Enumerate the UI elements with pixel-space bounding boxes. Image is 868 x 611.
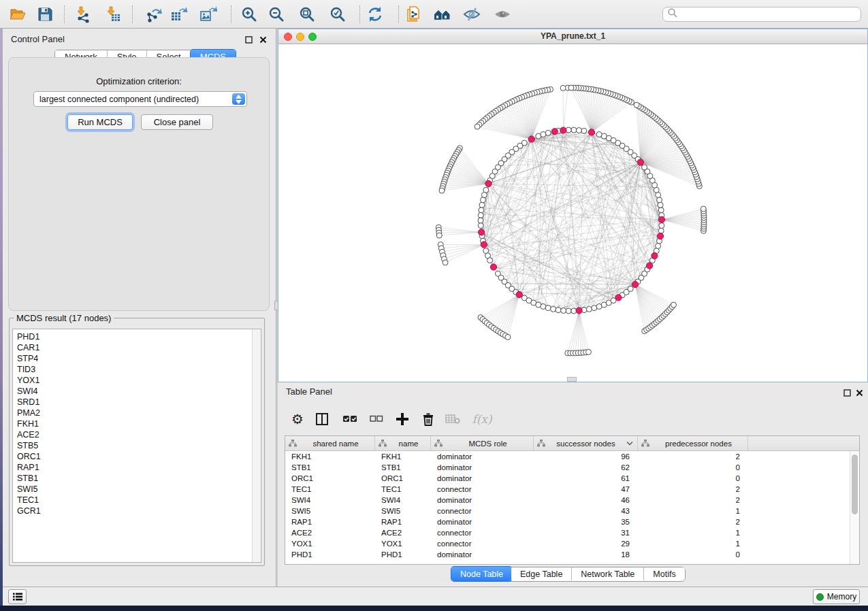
zoom-in-icon[interactable] — [240, 5, 259, 24]
table-row[interactable]: YOX1YOX1connector291 — [285, 538, 859, 549]
mcds-result-item[interactable]: TEC1 — [17, 495, 261, 506]
show-columns-icon[interactable] — [313, 410, 331, 428]
cell-name: ORC1 — [375, 473, 431, 484]
node-table-body: FKH1FKH1dominator962STB1STB1dominator620… — [285, 451, 859, 560]
tab-node-table[interactable]: Node Table — [451, 567, 512, 581]
control-panel-title: Control Panel — [11, 34, 65, 44]
horizontal-splitter-grip[interactable] — [567, 377, 577, 382]
tab-edge-table[interactable]: Edge Table — [511, 567, 572, 580]
memory-label: Memory — [827, 592, 856, 601]
search-field[interactable] — [662, 7, 861, 22]
delete-column-trash-icon[interactable] — [419, 410, 437, 428]
clone-network-icon[interactable] — [404, 5, 423, 24]
refresh-icon[interactable] — [366, 5, 385, 24]
export-table-icon[interactable] — [170, 5, 189, 24]
criterion-dropdown[interactable]: largest connected component (undirected) — [33, 91, 247, 107]
mcds-result-item[interactable]: FKH1 — [17, 418, 261, 429]
mcds-result-item[interactable]: YOX1 — [17, 375, 261, 386]
search-input[interactable] — [678, 8, 861, 20]
network-window-title: YPA_prune.txt_1 — [278, 31, 867, 41]
column-header-name[interactable]: name — [375, 436, 431, 450]
cell-MCDS-role: dominator — [431, 451, 534, 462]
mcds-result-item[interactable]: STB5 — [17, 440, 261, 451]
mcds-result-item[interactable]: SRD1 — [17, 397, 261, 408]
clear-table-icon-disabled — [444, 410, 462, 428]
network-window: YPA_prune.txt_1 — [278, 29, 868, 382]
table-row[interactable]: SWI5SWI5connector431 — [285, 506, 859, 516]
network-graph[interactable] — [278, 44, 867, 382]
memory-button[interactable]: Memory — [813, 589, 860, 604]
cell-successor-nodes: 43 — [534, 506, 638, 516]
zoom-selected-icon[interactable] — [328, 5, 347, 24]
export-network-icon[interactable] — [144, 5, 163, 24]
cell-predecessor-nodes: 0 — [638, 549, 748, 560]
mcds-result-item[interactable]: ORC1 — [17, 451, 261, 462]
mcds-result-list[interactable]: PHD1CAR1STP4TID3YOX1SWI4SRD1PMA2FKH1ACE2… — [12, 329, 261, 563]
add-column-icon[interactable] — [393, 410, 411, 428]
mcds-result-item[interactable]: GCR1 — [17, 506, 261, 516]
table-row[interactable]: ORC1ORC1dominator610 — [285, 473, 859, 484]
column-header-predecessor-nodes[interactable]: predecessor nodes — [638, 436, 748, 450]
table-row[interactable]: STB1STB1dominator620 — [285, 462, 859, 473]
mcds-result-item[interactable]: PMA2 — [17, 408, 261, 418]
mcds-result-item[interactable]: SWI4 — [17, 386, 261, 397]
first-neighbors-icon[interactable] — [433, 5, 452, 24]
show-all-icon[interactable] — [493, 5, 512, 24]
cell-shared-name: RAP1 — [285, 516, 375, 527]
network-window-titlebar[interactable]: YPA_prune.txt_1 — [278, 29, 867, 44]
float-panel-icon[interactable] — [244, 35, 253, 44]
hide-selected-icon[interactable] — [462, 5, 481, 24]
node-table[interactable]: shared namenameMCDS rolesuccessor nodesp… — [285, 435, 860, 565]
column-header-successor-nodes[interactable]: successor nodes — [534, 436, 638, 450]
deselect-all-rows-icon[interactable] — [368, 410, 385, 428]
close-panel-button[interactable]: Close panel — [141, 114, 213, 130]
cell-successor-nodes: 18 — [534, 549, 638, 560]
toolbar-separator — [398, 5, 399, 23]
toolbar-separator — [359, 5, 360, 23]
table-row[interactable]: RAP1RAP1dominator352 — [285, 516, 859, 527]
open-session-icon[interactable] — [8, 5, 27, 24]
mcds-list-scrollbar[interactable] — [252, 329, 261, 562]
mcds-result-item[interactable]: SWI5 — [17, 484, 261, 495]
save-session-icon[interactable] — [35, 5, 54, 24]
import-table-icon[interactable] — [103, 5, 123, 24]
table-row[interactable]: PHD1PHD1dominator180 — [285, 549, 859, 560]
cell-name: ACE2 — [375, 527, 431, 538]
table-settings-gear-icon[interactable]: ⚙ — [289, 410, 306, 428]
column-header-shared-name[interactable]: shared name — [285, 436, 375, 450]
mcds-result-item[interactable]: TID3 — [17, 364, 261, 375]
table-scrollbar[interactable] — [850, 451, 859, 564]
table-row[interactable]: SWI4SWI4dominator462 — [285, 495, 859, 506]
task-history-button[interactable] — [8, 589, 27, 604]
export-image-icon[interactable] — [199, 5, 218, 24]
cell-shared-name: STB1 — [285, 462, 375, 473]
cell-successor-nodes: 96 — [534, 451, 638, 462]
import-network-icon[interactable] — [74, 5, 93, 24]
tab-motifs[interactable]: Motifs — [644, 567, 684, 580]
column-header-MCDS-role[interactable]: MCDS role — [431, 436, 534, 450]
mcds-result-item[interactable]: STB1 — [17, 473, 261, 484]
mcds-result-item[interactable]: ACE2 — [17, 429, 261, 440]
select-all-rows-icon[interactable] — [341, 410, 359, 428]
table-row[interactable]: FKH1FKH1dominator962 — [285, 451, 859, 462]
float-table-panel-icon[interactable] — [842, 388, 852, 397]
zoom-fit-icon[interactable] — [298, 5, 317, 24]
mcds-result-item[interactable]: RAP1 — [17, 462, 261, 473]
mcds-result-item[interactable]: STP4 — [17, 353, 261, 364]
close-table-panel-icon[interactable] — [854, 388, 864, 397]
mcds-result-item[interactable]: PHD1 — [17, 331, 261, 342]
network-canvas[interactable] — [278, 44, 867, 382]
cell-name: RAP1 — [375, 516, 431, 527]
table-row[interactable]: TEC1TEC1connector472 — [285, 484, 859, 495]
run-mcds-button[interactable]: Run MCDS — [67, 114, 133, 130]
tab-network-table[interactable]: Network Table — [572, 567, 644, 580]
cell-MCDS-role: connector — [431, 527, 534, 538]
close-panel-icon[interactable] — [258, 35, 268, 44]
cell-MCDS-role: dominator — [431, 462, 534, 473]
zoom-out-icon[interactable] — [267, 5, 286, 24]
table-row[interactable]: ACE2ACE2connector311 — [285, 527, 859, 538]
table-scrollbar-thumb[interactable] — [852, 455, 858, 514]
toolbar-separator — [132, 5, 133, 23]
mcds-result-item[interactable]: CAR1 — [17, 342, 261, 353]
table-panel: Table Panel ⚙ f(x) shared namenameMCDS r… — [278, 382, 868, 587]
